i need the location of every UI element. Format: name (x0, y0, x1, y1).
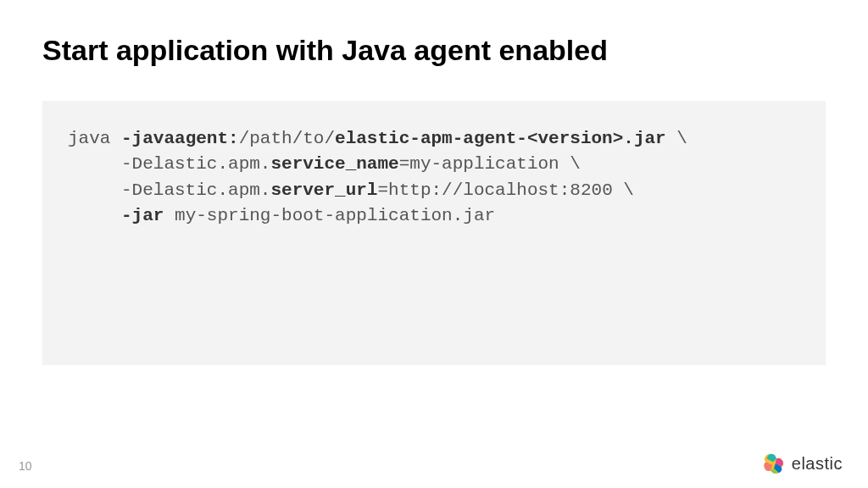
elastic-logo: elastic (761, 451, 843, 476)
code-block: java -javaagent:/path/to/elastic-apm-age… (42, 101, 826, 365)
code-text: service_name (270, 154, 398, 174)
code-text: -javaagent: (121, 129, 239, 148)
code-text: java (68, 129, 121, 148)
code-text: my-spring-boot-application.jar (164, 206, 495, 225)
slide-title: Start application with Java agent enable… (42, 34, 826, 67)
elastic-logo-text: elastic (792, 454, 843, 474)
code-text: -Delastic.apm. (68, 154, 270, 174)
code-text (68, 206, 121, 225)
code-text: /path/to/ (239, 129, 335, 148)
code-text: \ (666, 129, 687, 148)
code-text: server_url (270, 180, 377, 200)
code-text: elastic-apm-agent-<version>.jar (335, 129, 666, 148)
elastic-logo-icon (761, 451, 787, 476)
code-text: -Delastic.apm. (68, 180, 270, 200)
code-text: =http://localhost:8200 \ (377, 180, 633, 200)
page-number: 10 (19, 459, 32, 473)
slide: Start application with Java agent enable… (0, 0, 868, 488)
code-text: -jar (121, 206, 164, 225)
code-text: =my-application \ (399, 154, 581, 174)
